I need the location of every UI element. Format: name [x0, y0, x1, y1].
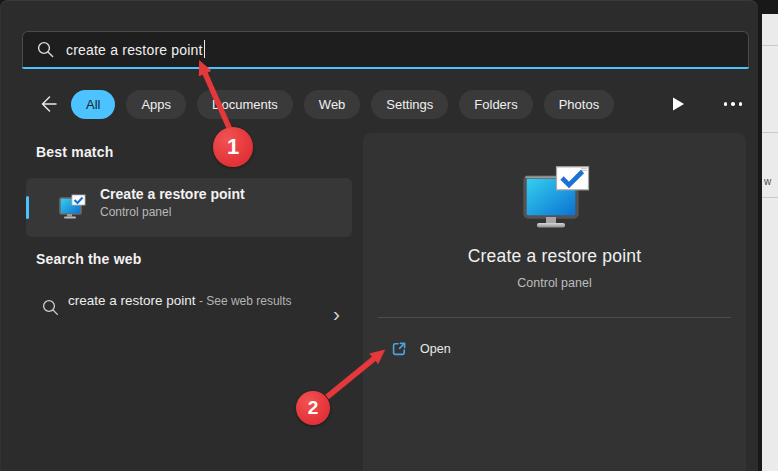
screen: w create a restore point All Apps Docume…: [0, 0, 778, 471]
divider: [378, 317, 731, 318]
filter-tab-photos[interactable]: Photos: [544, 90, 614, 119]
background-line: [762, 132, 778, 133]
filter-tab-all[interactable]: All: [71, 90, 115, 119]
filter-pills: All Apps Documents Web Settings Folders …: [71, 90, 614, 119]
search-input[interactable]: create a restore point: [22, 31, 749, 67]
background-window-edge: w: [762, 14, 778, 471]
web-result-query: create a restore point: [68, 293, 196, 308]
preview-title: Create a restore point: [363, 246, 746, 267]
text-caret: [204, 40, 206, 58]
play-icon[interactable]: [668, 94, 688, 114]
open-action[interactable]: Open: [391, 341, 451, 357]
background-line: [762, 197, 778, 198]
best-match-result[interactable]: Create a restore point Control panel: [26, 178, 352, 237]
web-search-result[interactable]: create a restore point - See web results…: [26, 288, 352, 346]
open-label: Open: [420, 342, 451, 356]
search-flyout-window: create a restore point All Apps Document…: [0, 0, 758, 471]
web-result-suffix: - See web results: [196, 294, 292, 308]
filter-bar: All Apps Documents Web Settings Folders …: [0, 90, 758, 119]
filter-tab-apps[interactable]: Apps: [126, 90, 186, 119]
best-match-subtitle: Control panel: [100, 205, 245, 219]
restore-point-icon-large: [363, 166, 746, 228]
search-query-text: create a restore point: [66, 42, 203, 58]
search-icon: [42, 299, 59, 316]
best-match-header: Best match: [36, 144, 113, 160]
preview-pane: Create a restore point Control panel Ope…: [363, 133, 746, 471]
best-match-title: Create a restore point: [100, 186, 245, 202]
filter-tab-documents[interactable]: Documents: [197, 90, 293, 119]
back-arrow-icon[interactable]: [36, 93, 58, 115]
restore-point-icon: [59, 194, 86, 220]
chevron-right-icon[interactable]: ›: [333, 302, 340, 326]
search-accent-underline: [22, 67, 749, 69]
background-line: [762, 45, 778, 46]
filter-tab-folders[interactable]: Folders: [459, 90, 532, 119]
selection-indicator: [26, 196, 29, 219]
ellipsis-menu-icon[interactable]: [718, 96, 748, 112]
filter-tab-web[interactable]: Web: [304, 90, 361, 119]
preview-subtitle: Control panel: [363, 276, 746, 290]
background-text-fragment: w: [764, 176, 771, 187]
external-link-icon: [391, 341, 407, 357]
search-icon: [37, 41, 54, 58]
filter-tab-settings[interactable]: Settings: [371, 90, 448, 119]
search-web-header: Search the web: [36, 251, 142, 267]
